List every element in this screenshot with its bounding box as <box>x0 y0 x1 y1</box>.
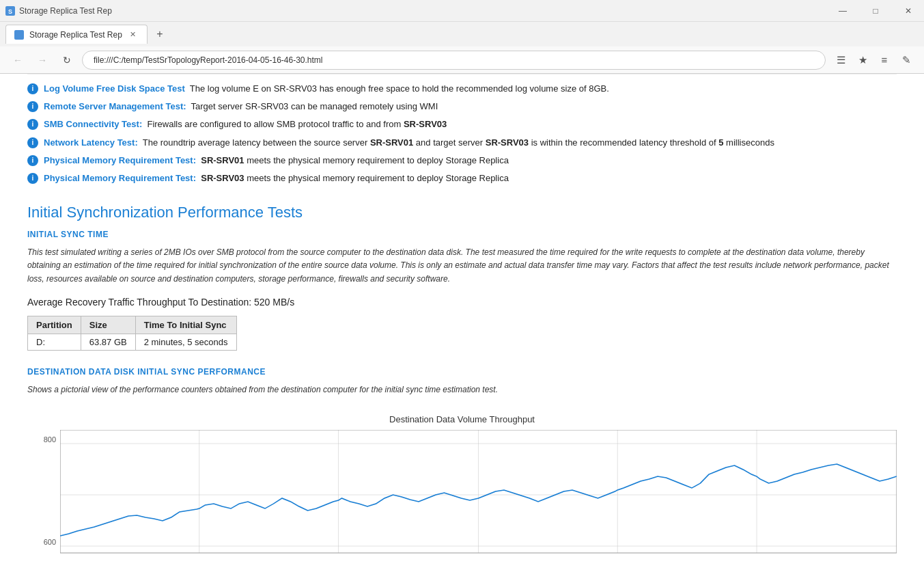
tab-bar: Storage Replica Test Rep ✕ + <box>0 22 924 46</box>
cell-time: 2 minutes, 5 seconds <box>135 334 236 350</box>
sync-description: This test simulated writing a series of … <box>27 246 897 286</box>
sync-table: Partition Size Time To Initial Sync D: 6… <box>27 316 237 351</box>
url-text: file:///C:/temp/TestSrTopologyReport-201… <box>94 55 323 65</box>
table-row: D: 63.87 GB 2 minutes, 5 seconds <box>28 334 237 350</box>
subsection2-title: DESTINATION DATA DISK INITIAL SYNC PERFO… <box>27 367 897 377</box>
info-text-1: Log Volume Free Disk Space Test The log … <box>44 83 609 95</box>
address-bar[interactable]: file:///C:/temp/TestSrTopologyReport-201… <box>82 51 826 70</box>
window-favicon: S <box>5 6 15 16</box>
chart-container: Destination Data Volume Throughput 800 6… <box>27 407 897 573</box>
info-link-5[interactable]: Physical Memory Requirement Test: <box>44 155 196 165</box>
info-link-6[interactable]: Physical Memory Requirement Test: <box>44 173 196 183</box>
active-tab[interactable]: Storage Replica Test Rep ✕ <box>5 25 148 44</box>
title-bar-text: Storage Replica Test Rep <box>19 6 112 16</box>
section-title: Initial Synchronization Performance Test… <box>27 204 897 221</box>
tab-label: Storage Replica Test Rep <box>29 30 122 40</box>
reading-list-button[interactable]: ☰ <box>831 51 850 70</box>
tab-close-button[interactable]: ✕ <box>128 29 139 40</box>
chart-area: 800 600 <box>27 430 897 567</box>
notes-button[interactable]: ✎ <box>897 51 916 70</box>
back-button[interactable]: ← <box>8 51 27 70</box>
info-text-4: Network Latency Test: The roundtrip aver… <box>44 137 774 149</box>
settings-button[interactable]: ≡ <box>875 51 894 70</box>
y-axis: 800 600 <box>27 435 60 546</box>
window-controls: — □ ✕ <box>827 0 924 22</box>
chart-description: Shows a pictorial view of the performanc… <box>27 383 897 396</box>
info-text-6: Physical Memory Requirement Test: SR-SRV… <box>44 172 509 185</box>
info-item-2: i Remote Server Management Test: Target … <box>27 98 897 116</box>
info-link-4[interactable]: Network Latency Test: <box>44 137 138 148</box>
cell-size: 63.87 GB <box>81 334 135 350</box>
info-icon-1: i <box>27 83 38 94</box>
chart-title: Destination Data Volume Throughput <box>27 414 897 424</box>
info-icon-3: i <box>27 119 38 130</box>
chart-svg <box>60 430 897 567</box>
info-link-1[interactable]: Log Volume Free Disk Space Test <box>44 83 185 94</box>
info-text-5: Physical Memory Requirement Test: SR-SRV… <box>44 154 509 167</box>
cell-partition: D: <box>28 334 81 350</box>
throughput-label: Average Recovery Traffic Throughput To D… <box>27 297 897 308</box>
info-item-1: i Log Volume Free Disk Space Test The lo… <box>27 80 897 98</box>
info-link-2[interactable]: Remote Server Management Test: <box>44 101 186 111</box>
info-link-3[interactable]: SMB Connectivity Test: <box>44 119 142 129</box>
info-icon-2: i <box>27 101 38 112</box>
info-text-3: SMB Connectivity Test: Firewalls are con… <box>44 118 447 131</box>
minimize-button[interactable]: — <box>827 0 858 22</box>
forward-button[interactable]: → <box>33 51 52 70</box>
maximize-button[interactable]: □ <box>860 0 891 22</box>
col-time: Time To Initial Sync <box>135 316 236 334</box>
nav-bar: ← → ↻ file:///C:/temp/TestSrTopologyRepo… <box>0 46 924 74</box>
info-icon-6: i <box>27 173 38 184</box>
info-icon-5: i <box>27 155 38 166</box>
info-item-4: i Network Latency Test: The roundtrip av… <box>27 134 897 152</box>
tab-favicon <box>14 30 24 40</box>
nav-actions: ☰ ★ ≡ ✎ <box>831 51 916 70</box>
title-bar: S Storage Replica Test Rep — □ ✕ <box>0 0 924 22</box>
info-item-6: i Physical Memory Requirement Test: SR-S… <box>27 170 897 187</box>
page-content: i Log Volume Free Disk Space Test The lo… <box>0 74 924 583</box>
close-button[interactable]: ✕ <box>893 0 924 22</box>
info-icon-4: i <box>27 137 38 148</box>
y-label-800: 800 <box>44 435 56 444</box>
info-text-2: Remote Server Management Test: Target se… <box>44 100 438 113</box>
y-label-600: 600 <box>44 538 56 546</box>
info-list: i Log Volume Free Disk Space Test The lo… <box>27 74 897 187</box>
info-item-5: i Physical Memory Requirement Test: SR-S… <box>27 152 897 170</box>
new-tab-button[interactable]: + <box>150 25 169 44</box>
col-partition: Partition <box>28 316 81 334</box>
favorites-button[interactable]: ★ <box>853 51 872 70</box>
info-item-3: i SMB Connectivity Test: Firewalls are c… <box>27 116 897 133</box>
svg-text:S: S <box>8 8 12 15</box>
col-size: Size <box>81 316 135 334</box>
subsection1-title: INITIAL SYNC TIME <box>27 230 897 239</box>
refresh-button[interactable]: ↻ <box>57 51 76 70</box>
